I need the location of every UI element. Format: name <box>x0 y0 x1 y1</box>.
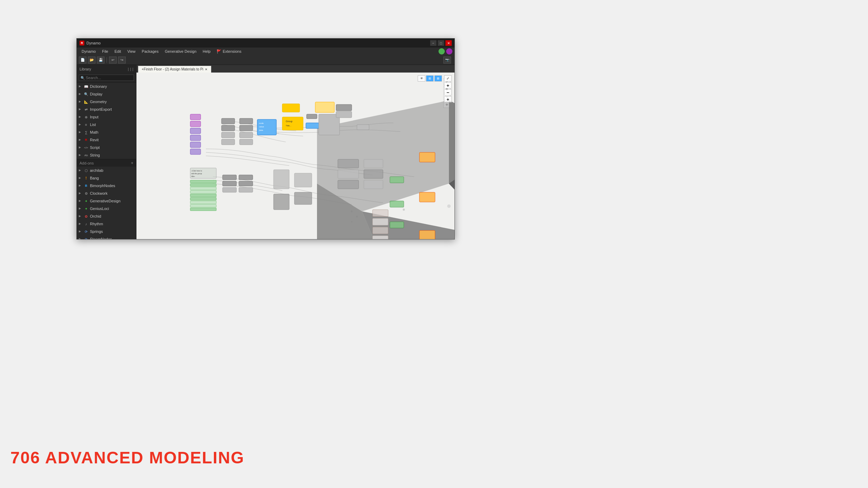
menu-dynamo[interactable]: Dynamo <box>79 49 99 54</box>
expand-icon: ▶ <box>79 230 82 233</box>
layout-icon-1: | <box>128 67 129 71</box>
bimorphnodes-label: BimorphNodes <box>90 184 115 188</box>
svg-rect-56 <box>274 170 289 189</box>
menu-packages[interactable]: Packages <box>139 49 161 54</box>
menu-edit[interactable]: Edit <box>112 49 124 54</box>
expand-icon: ▶ <box>79 214 82 218</box>
menu-generative[interactable]: Generative Design <box>162 49 199 54</box>
zoom-add-btn[interactable]: + <box>444 96 452 102</box>
svg-point-79 <box>351 221 352 222</box>
bang-label: Bang <box>90 176 99 180</box>
menu-file[interactable]: File <box>99 49 111 54</box>
svg-point-78 <box>356 216 358 218</box>
svg-rect-52 <box>223 187 236 192</box>
page-title: 706 ADVANCED MODELING <box>10 448 244 467</box>
svg-text:value: value <box>259 126 264 128</box>
expand-icon: ▶ <box>79 100 82 103</box>
svg-rect-74 <box>373 227 388 234</box>
svg-rect-18 <box>222 125 235 131</box>
minimize-button[interactable]: − <box>430 40 436 46</box>
sidebar-item-revit[interactable]: ▶ R Revit <box>77 136 136 144</box>
sidebar-item-steamnodes[interactable]: ▶ ⟳ SteamNodes <box>77 235 136 239</box>
active-tab[interactable]: +Finish Floor - (2) Assign Materials to … <box>138 66 211 73</box>
camera-button[interactable]: 📷 <box>443 57 451 64</box>
expand-icon: ▶ <box>79 131 82 134</box>
new-button[interactable]: 📄 <box>79 57 86 64</box>
geniusloci-label: GeniusLoci <box>90 207 109 211</box>
title-bar: R Dynamo − □ ✕ <box>77 39 454 48</box>
revit-icon: R <box>84 137 89 142</box>
expand-icon: ▶ <box>79 85 82 88</box>
rhythm-icon: ♪ <box>84 221 89 226</box>
sidebar-item-archilab[interactable]: ▶ ⬡ archilab <box>77 167 136 174</box>
svg-rect-53 <box>239 175 253 180</box>
tab-close-button[interactable]: ✕ <box>205 68 208 71</box>
zoom-minus-btn[interactable]: − <box>444 89 452 95</box>
menu-help[interactable]: Help <box>200 49 214 54</box>
expand-icon: ▶ <box>79 192 82 195</box>
svg-rect-23 <box>240 132 253 138</box>
sidebar-item-input[interactable]: ▶ ⊕ Input <box>77 113 136 121</box>
sidebar-item-dictionary[interactable]: ▶ 📖 Dictionary <box>77 83 136 90</box>
zoom-plus-btn[interactable]: + <box>444 82 452 89</box>
sidebar-item-importexport[interactable]: ▶ ⇄ ImportExport <box>77 106 136 113</box>
open-button[interactable]: 📂 <box>88 57 95 64</box>
close-button[interactable]: ✕ <box>445 40 452 46</box>
svg-rect-10 <box>190 128 201 134</box>
expand-icon: ▶ <box>79 169 82 172</box>
app-icon: R <box>80 41 84 45</box>
menu-view[interactable]: View <box>125 49 139 54</box>
svg-rect-70 <box>390 201 404 207</box>
input-icon: ⊕ <box>84 115 89 119</box>
geniusloci-icon: ✦ <box>84 206 89 211</box>
svg-rect-66 <box>419 152 435 162</box>
addons-plus-icon[interactable]: + <box>131 161 133 166</box>
content-area: Library | | | 🔍 ▶ 📖 Diction <box>77 65 454 239</box>
archilab-label: archilab <box>90 168 103 173</box>
sidebar-item-orchid[interactable]: ▶ ✿ Orchid <box>77 212 136 220</box>
menu-extensions[interactable]: 🚩 Extensions <box>214 49 244 54</box>
math-label: Math <box>90 130 98 134</box>
svg-rect-41 <box>190 180 216 183</box>
sidebar-item-geometry[interactable]: ▶ 📐 Geometry <box>77 98 136 106</box>
svg-rect-75 <box>373 236 388 239</box>
search-input-wrap[interactable]: 🔍 <box>79 75 134 81</box>
redo-button[interactable]: ↪ <box>118 57 126 64</box>
sidebar-item-bang[interactable]: ▶ ! Bang <box>77 174 136 182</box>
canvas-area[interactable]: 👁 ⊞ ⊠ ⤢ + − + <box>136 73 454 239</box>
undo-button[interactable]: ↩ <box>109 57 117 64</box>
search-bar: 🔍 <box>77 73 136 83</box>
revit-label: Revit <box>90 138 99 142</box>
restore-button[interactable]: □ <box>438 40 444 46</box>
svg-rect-44 <box>190 191 216 193</box>
math-icon: ∑ <box>84 130 89 135</box>
sidebar-item-rhythm[interactable]: ▶ ♪ Rhythm <box>77 220 136 228</box>
sidebar-item-springs[interactable]: ▶ ⟳ Springs <box>77 228 136 235</box>
search-input[interactable] <box>86 76 132 80</box>
expand-icon-btn[interactable]: ⤢ <box>444 75 452 82</box>
sidebar-item-bimorphnodes[interactable]: ▶ B BimorphNodes <box>77 182 136 190</box>
expand-icon: ▶ <box>79 115 82 119</box>
svg-rect-73 <box>373 218 388 225</box>
expand-icon: ▶ <box>79 146 82 149</box>
status-circle-purple <box>446 48 452 54</box>
save-button[interactable]: 💾 <box>97 57 105 64</box>
sidebar-item-math[interactable]: ▶ ∑ Math <box>77 128 136 136</box>
sidebar-item-list[interactable]: ▶ ≡ List <box>77 121 136 128</box>
svg-marker-1 <box>449 100 454 239</box>
springs-icon: ⟳ <box>84 229 89 234</box>
svg-text:Group: Group <box>286 120 293 123</box>
sidebar-item-script[interactable]: ▶ </> Script <box>77 144 136 151</box>
sidebar-item-geniusloci[interactable]: ▶ ✦ GeniusLoci <box>77 205 136 212</box>
sidebar-item-display[interactable]: ▶ 🔍 Display <box>77 90 136 98</box>
expand-icon: ▶ <box>79 184 82 187</box>
toolbar: 📄 📂 💾 ↩ ↪ 📷 <box>77 55 454 65</box>
sidebar-item-clockwork[interactable]: ▶ ⚙ Clockwork <box>77 190 136 197</box>
sidebar-item-generativedesign[interactable]: ▶ ✦ GenerativeDesign <box>77 197 136 205</box>
expand-icon: ▶ <box>79 199 82 203</box>
search-icon: 🔍 <box>81 76 85 80</box>
sidebar-item-string[interactable]: ▶ Ab String <box>77 151 136 159</box>
rhythm-label: Rhythm <box>90 222 103 226</box>
dictionary-icon: 📖 <box>84 84 89 89</box>
addons-header: Add-ons + <box>77 159 136 167</box>
